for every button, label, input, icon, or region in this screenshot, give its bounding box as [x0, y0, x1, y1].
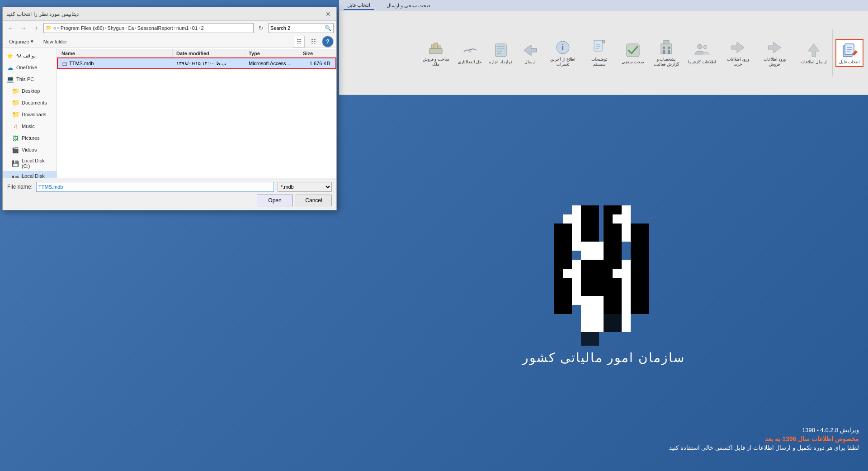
col-date[interactable]: Date modified: [173, 49, 245, 58]
handshake-label: حل الفعالتاری: [458, 60, 482, 65]
sidebar-label-documents: Documents: [22, 100, 47, 105]
svg-rect-51: [554, 296, 572, 314]
toolbar-icon-arrow2[interactable]: ورود اطلاعات خرید: [721, 37, 755, 69]
sidebar-item-downloads[interactable]: 📁 Downloads: [3, 109, 57, 120]
sidebar-item-videos[interactable]: 🎬 Videos: [3, 144, 57, 156]
svg-rect-38: [438, 46, 440, 48]
svg-point-9: [698, 44, 702, 49]
file-open-dialog: دیتابیس مورد نظر را انتخاب کنید ✕ ← → ↑ …: [2, 7, 337, 210]
people-icon: [693, 42, 711, 59]
info-icon: i: [554, 39, 571, 56]
new-folder-button[interactable]: New folder: [40, 37, 71, 47]
svg-rect-37: [434, 43, 438, 48]
select-file-icon: [841, 42, 858, 59]
toolbar-icon-select-file[interactable]: انتخاب فایل: [835, 39, 863, 67]
toolbar-icon-doc[interactable]: توضیحات سیستم: [582, 37, 617, 69]
file-name-cell: 🗃 TTMS.mdb: [58, 59, 173, 68]
svg-marker-7: [768, 42, 781, 53]
toolbar-icon-check[interactable]: صحت سنجی: [619, 40, 647, 67]
organize-button[interactable]: Organize ▾: [5, 37, 37, 47]
svg-rect-60: [572, 260, 581, 305]
version-line3: لطفا برای هر دوره تکمیل و ارسال اطلاعات …: [669, 444, 859, 451]
view-toggle-button[interactable]: ☷: [293, 36, 305, 48]
search-box[interactable]: 🔍: [268, 23, 334, 33]
sidebar-item-onedrive[interactable]: ☁ OneDrive: [3, 62, 57, 73]
sidebar-label-pictures: Pictures: [22, 135, 40, 141]
version-info: ویرایش 4.0.2.8 - 1398 مخصوص اطلاعات سال …: [669, 427, 859, 453]
toolbar-icons-row: انتخاب فایل ارسال اطلاعات ورود اطلاعات ف…: [339, 11, 868, 95]
dialog-close-button[interactable]: ✕: [324, 10, 333, 19]
toolbar-icon-building[interactable]: پشخصات و گزارش فعالیت: [649, 37, 684, 69]
dialog-actions: Open Cancel: [7, 195, 332, 206]
up-button[interactable]: ↑: [31, 23, 42, 33]
svg-rect-50: [631, 278, 649, 296]
dialog-body: ⭐ تواقف ۹۸ ☁ OneDrive 💻 This PC 📁 Deskto…: [3, 48, 336, 178]
sidebar-item-tavaghom[interactable]: ⭐ تواقف ۹۸: [3, 50, 57, 62]
drive-c-icon: 💾: [12, 160, 19, 167]
help-button[interactable]: ?: [322, 36, 334, 48]
doc-icon: [591, 39, 608, 56]
filetype-select[interactable]: *.mdb *.accdb All Files (*.*): [278, 182, 332, 192]
col-name[interactable]: Name: [58, 49, 173, 58]
sidebar-item-localdiskd[interactable]: 💾 Local Disk (D:): [3, 171, 57, 178]
tab-search[interactable]: صحت سنجی و ارسال: [383, 2, 434, 10]
upload-icon: [805, 42, 822, 59]
bc-item6[interactable]: num1: [176, 25, 189, 31]
toolbar-icon-arrow1[interactable]: ورود اطلاعات فروش: [757, 37, 792, 69]
toolbar-divider2: [795, 29, 795, 76]
address-breadcrumb: « » Program Files (x86) › Shygun › Ca › …: [53, 25, 204, 31]
contract-label: قرارداد اجاره: [489, 60, 512, 65]
sidebar-item-thispc[interactable]: 💻 This PC: [3, 73, 57, 85]
toolbar-icon-info[interactable]: i اطلاع از آخرین تغییرات: [546, 37, 580, 69]
toolbar-icon-people[interactable]: اطلاعات کارفرما: [685, 40, 719, 67]
bc-item1[interactable]: «: [53, 25, 56, 31]
pictures-icon: 🖼: [12, 134, 19, 142]
filename-input[interactable]: [36, 182, 274, 192]
bc-item5[interactable]: SeasonalReport: [137, 25, 173, 31]
sidebar-item-localdiskc[interactable]: 💾 Local Disk (C:): [3, 156, 57, 171]
sidebar-label-videos: Videos: [22, 147, 37, 152]
svg-rect-36: [431, 45, 434, 48]
file-size-cell: 1,676 KB: [299, 60, 335, 67]
toolbar-icon-send[interactable]: ارسال: [517, 40, 544, 67]
svg-rect-14: [668, 47, 670, 49]
bc-item3[interactable]: Shygun: [108, 25, 124, 31]
col-size[interactable]: Size: [299, 49, 335, 58]
cancel-button[interactable]: Cancel: [296, 195, 332, 206]
handshake-icon: [462, 42, 479, 59]
toolbar-icon-handshake[interactable]: حل الفعالتاری: [455, 40, 485, 67]
forward-button[interactable]: →: [18, 23, 29, 33]
sidebar-item-desktop[interactable]: 📁 Desktop: [3, 85, 57, 97]
bc-item8[interactable]: 2: [201, 25, 203, 31]
svg-rect-45: [604, 242, 622, 260]
tab-select-file[interactable]: انتخاب فایل: [344, 1, 374, 10]
filename-row: File name: *.mdb *.accdb All Files (*.*): [7, 182, 332, 192]
address-box[interactable]: 📁 « » Program Files (x86) › Shygun › Ca …: [43, 23, 254, 33]
arrow1-icon: [766, 39, 783, 56]
sidebar-item-pictures[interactable]: 🖼 Pictures: [3, 132, 57, 144]
svg-rect-57: [622, 205, 631, 242]
open-button[interactable]: Open: [257, 195, 293, 206]
toolbar-icon-contract[interactable]: قرارداد اجاره: [486, 40, 515, 67]
logo-symbol: [554, 205, 653, 346]
svg-point-10: [703, 45, 707, 49]
bc-item7[interactable]: 01: [192, 25, 198, 31]
back-button[interactable]: ←: [5, 23, 16, 33]
svg-rect-65: [613, 214, 622, 224]
search-input[interactable]: [270, 25, 325, 31]
col-type[interactable]: Type: [245, 49, 299, 58]
sidebar-item-music[interactable]: ♫ Music: [3, 120, 57, 132]
sidebar-item-documents[interactable]: 📁 Documents: [3, 97, 57, 109]
bc-item2[interactable]: Program Files (x86): [61, 25, 104, 31]
bc-item4[interactable]: Ca: [127, 25, 134, 31]
upload-label: ارسال اطلاعات: [801, 60, 827, 65]
svg-rect-12: [664, 40, 669, 44]
doc-label: توضیحات سیستم: [585, 57, 614, 67]
svg-rect-59: [581, 242, 604, 260]
toolbar-icon-construction[interactable]: ساخت و فروش ملک: [419, 37, 453, 69]
file-row-ttms[interactable]: 🗃 TTMS.mdb ۱۳۹۸/۰۶/۱۵ ب.ظ ۱۴:۰۰ Microsof…: [58, 58, 335, 68]
refresh-button[interactable]: ↻: [255, 23, 266, 33]
svg-rect-48: [554, 278, 572, 296]
view-details-button[interactable]: ☷: [307, 36, 319, 48]
toolbar-icon-upload[interactable]: ارسال اطلاعات: [798, 40, 830, 67]
